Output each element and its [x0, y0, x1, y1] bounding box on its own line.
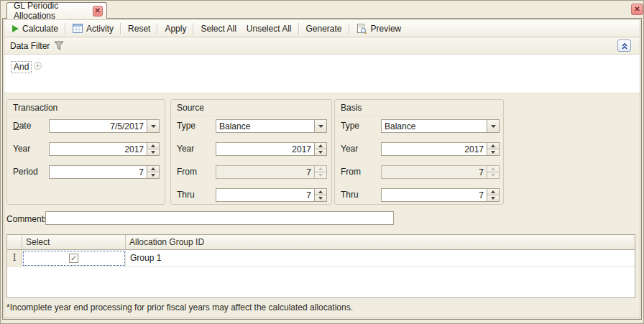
filter-operator-and[interactable]: And: [11, 61, 32, 73]
transaction-period-input[interactable]: 7: [49, 165, 160, 179]
data-filter-header: Data Filter: [4, 37, 640, 55]
generate-label: Generate: [306, 24, 342, 34]
select-all-button[interactable]: Select All: [196, 22, 241, 35]
reset-label: Reset: [128, 24, 150, 34]
period-value: 7: [50, 166, 147, 178]
spin-down-button[interactable]: [487, 195, 499, 201]
toolbar-separator: [65, 23, 66, 34]
transaction-date-input[interactable]: 7/5/2017: [49, 119, 160, 133]
source-year-input[interactable]: 2017: [216, 142, 327, 156]
source-thru-input[interactable]: 7: [216, 188, 327, 202]
group-title-divider: [336, 116, 502, 116]
source-title: Source: [177, 103, 204, 113]
date-label: Date: [13, 121, 31, 131]
unselect-all-button[interactable]: Unselect All: [242, 22, 297, 35]
toolbar-separator: [298, 23, 300, 34]
unselect-all-label: Unselect All: [247, 24, 292, 34]
year-label: Year: [177, 144, 194, 154]
transaction-year-input[interactable]: 2017: [49, 142, 160, 156]
table-row: I ✓ Group 1: [7, 250, 635, 267]
thru-label: Thru: [341, 190, 359, 200]
select-cell[interactable]: ✓: [22, 250, 126, 267]
data-filter-editor: And +: [4, 55, 640, 93]
basis-groupbox: Basis Type Balance Year 2017 From: [334, 99, 504, 205]
source-type-select[interactable]: Balance: [216, 119, 327, 133]
tab-close-button[interactable]: ✕: [93, 6, 103, 17]
close-icon: ✕: [95, 7, 101, 14]
year-value: 2017: [382, 143, 487, 155]
thru-value: 7: [382, 189, 487, 201]
apply-label: Apply: [165, 24, 186, 34]
type-label: Type: [341, 121, 359, 131]
spin-up-button[interactable]: [487, 143, 499, 149]
column-header-allocation-group-id[interactable]: Allocation Group ID: [126, 235, 635, 250]
source-groupbox: Source Type Balance Year 2017 From: [170, 99, 332, 205]
collapse-panel-button[interactable]: [617, 40, 631, 52]
column-header-select[interactable]: Select: [22, 235, 126, 250]
transaction-groupbox: Transaction Date 7/5/2017 Year 2017 Per: [6, 99, 165, 205]
year-value: 2017: [50, 143, 147, 155]
allocation-group-id-cell[interactable]: Group 1: [126, 250, 635, 267]
comments-input[interactable]: [45, 211, 394, 225]
basis-thru-input[interactable]: 7: [381, 188, 500, 202]
tab-gl-periodic-allocations[interactable]: GL Periodic Allocations ✕: [6, 2, 107, 19]
add-condition-icon[interactable]: +: [34, 62, 42, 70]
basis-from-input: 7: [381, 165, 500, 179]
from-value: 7: [216, 166, 314, 178]
basis-year-input[interactable]: 2017: [381, 142, 500, 156]
period-label: Period: [13, 167, 38, 177]
spin-up-button: [315, 166, 326, 172]
apply-button[interactable]: Apply: [160, 22, 191, 35]
footer-note: *Incomplete year end processing for prio…: [6, 302, 353, 313]
allocation-grid: Select Allocation Group ID I ✓ Group 1: [6, 234, 635, 298]
select-all-label: Select All: [201, 24, 236, 34]
basis-title: Basis: [341, 103, 362, 113]
transaction-title: Transaction: [13, 103, 58, 113]
toolbar-separator: [120, 23, 121, 34]
activity-label: Activity: [86, 24, 114, 34]
app-window: GL Periodic Allocations ✕ ✕ Calculate Ac…: [0, 0, 644, 324]
year-label: Year: [341, 144, 358, 154]
year-label: Year: [13, 144, 30, 154]
spin-down-button: [315, 172, 326, 178]
from-label: From: [341, 167, 361, 177]
double-chevron-up-icon: [621, 42, 628, 50]
window-close-button[interactable]: ✕: [631, 4, 643, 15]
preview-button[interactable]: Preview: [351, 22, 407, 35]
spin-up-button[interactable]: [315, 143, 326, 149]
toolbar-separator: [349, 23, 350, 34]
spin-up-button[interactable]: [315, 189, 326, 195]
dropdown-icon[interactable]: [487, 120, 499, 132]
generate-button[interactable]: Generate: [301, 22, 347, 35]
toolbar-separator: [157, 23, 158, 34]
table-icon: [73, 24, 83, 33]
dropdown-icon[interactable]: [147, 120, 159, 132]
close-icon: ✕: [634, 6, 640, 13]
type-label: Type: [177, 121, 196, 131]
spin-up-button[interactable]: [487, 189, 499, 195]
select-checkbox[interactable]: ✓: [69, 254, 78, 263]
filter-funnel-icon: [54, 41, 64, 50]
thru-value: 7: [216, 189, 314, 201]
spin-down-button[interactable]: [315, 195, 326, 201]
spin-down-button[interactable]: [487, 149, 499, 155]
row-indicator-header: [7, 235, 22, 250]
basis-type-select[interactable]: Balance: [381, 119, 500, 133]
spin-down-button[interactable]: [315, 149, 326, 155]
type-value: Balance: [382, 120, 487, 132]
dropdown-icon[interactable]: [315, 120, 326, 132]
source-from-input: 7: [216, 165, 327, 179]
spin-down-button: [487, 172, 499, 178]
reset-button[interactable]: Reset: [123, 22, 155, 35]
calculate-button[interactable]: Calculate: [7, 22, 63, 35]
spin-up-button[interactable]: [147, 166, 159, 172]
comments-label: Comments: [6, 214, 48, 224]
spin-down-button[interactable]: [147, 172, 159, 178]
toolbar: Calculate Activity Reset Apply Select Al…: [4, 20, 640, 37]
spin-up-button[interactable]: [147, 143, 159, 149]
group-title-divider: [172, 116, 331, 116]
data-filter-title: Data Filter: [10, 41, 50, 51]
spin-down-button[interactable]: [147, 149, 159, 155]
from-label: From: [177, 167, 197, 177]
activity-button[interactable]: Activity: [68, 22, 119, 35]
